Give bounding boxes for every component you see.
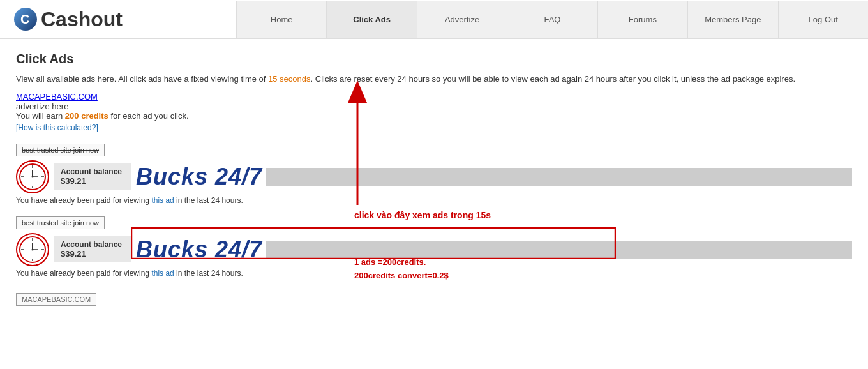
earn-part2: for each ad you click. bbox=[108, 111, 189, 121]
page-title: Click Ads bbox=[16, 52, 852, 66]
main-content: Click Ads View all available ads here. A… bbox=[0, 39, 868, 319]
desc-part1: View all available ads here. All click a… bbox=[16, 74, 268, 84]
nav-home[interactable]: Home bbox=[236, 1, 326, 38]
svg-point-9 bbox=[32, 176, 34, 177]
svg-text:C: C bbox=[20, 12, 29, 26]
clock-icon-1 bbox=[16, 160, 49, 193]
nav-faq[interactable]: FAQ bbox=[507, 1, 597, 38]
ad-info-box-1: Account balance $39.21 bbox=[54, 163, 131, 190]
advertize-link-box: MACAPEBASIC.COM advertize here bbox=[16, 92, 852, 111]
ad-title-bar-2: Bucks 24/7 bbox=[136, 236, 852, 263]
account-label-2: Account balance bbox=[61, 240, 124, 249]
calc-link[interactable]: [How is this calculated?] bbox=[16, 123, 852, 132]
desc-part2: . Clicks are reset every 24 hours so you… bbox=[311, 74, 795, 84]
nav-members-page[interactable]: Members Page bbox=[687, 1, 777, 38]
bucks-title-2: Bucks 24/7 bbox=[136, 236, 262, 263]
nav-click-ads[interactable]: Click Ads bbox=[326, 1, 416, 38]
paid-text-2: You have already been paid for viewing t… bbox=[16, 269, 852, 278]
clock-icon-2 bbox=[16, 233, 49, 266]
ad-content-row-2: Account balance $39.21 Bucks 24/7 bbox=[16, 233, 852, 266]
ad-strip-2 bbox=[266, 241, 852, 259]
paid-link-1[interactable]: this ad bbox=[151, 196, 174, 205]
paid-text-1: You have already been paid for viewing t… bbox=[16, 196, 852, 205]
earn-credits: 200 credits bbox=[65, 111, 108, 121]
clock-svg-2 bbox=[19, 236, 47, 264]
svg-point-17 bbox=[32, 248, 34, 250]
logo-icon: C bbox=[13, 6, 38, 32]
nav-logout[interactable]: Log Out bbox=[778, 1, 868, 38]
logo: C Cashout bbox=[13, 6, 223, 32]
main-nav: Home Click Ads Advertize FAQ Forums Memb… bbox=[236, 1, 868, 38]
ad-strip-1 bbox=[266, 168, 852, 186]
nav-advertize[interactable]: Advertize bbox=[417, 1, 507, 38]
advertize-sub: advertize here bbox=[16, 102, 68, 111]
advertize-link[interactable]: MACAPEBASIC.COM bbox=[16, 92, 98, 102]
bottom-link-btn[interactable]: MACAPEBASIC.COM bbox=[16, 293, 96, 306]
balance-1: $39.21 bbox=[61, 176, 124, 186]
ad-item-1: best trusted site join now bbox=[16, 144, 852, 205]
ad-info-box-2: Account balance $39.21 bbox=[54, 236, 131, 262]
ad-banner-btn-1[interactable]: best trusted site join now bbox=[16, 144, 105, 156]
desc-highlight1: 15 seconds bbox=[268, 74, 311, 84]
ad-title-bar-1: Bucks 24/7 bbox=[136, 163, 852, 190]
account-label-1: Account balance bbox=[61, 167, 124, 176]
ad-item-2: best trusted site join now Account balan… bbox=[16, 216, 852, 278]
balance-2: $39.21 bbox=[61, 249, 124, 259]
earn-text: You will earn 200 credits for each ad yo… bbox=[16, 111, 852, 121]
ad-content-row-1: Account balance $39.21 Bucks 24/7 bbox=[16, 160, 852, 193]
logo-area: C Cashout bbox=[0, 0, 236, 38]
earn-part1: You will earn bbox=[16, 111, 65, 121]
header: C Cashout Home Click Ads Advertize FAQ F… bbox=[0, 0, 868, 39]
nav-forums[interactable]: Forums bbox=[597, 1, 687, 38]
description: View all available ads here. All click a… bbox=[16, 73, 852, 86]
bucks-title-1: Bucks 24/7 bbox=[136, 163, 262, 190]
ad-banner-btn-2[interactable]: best trusted site join now bbox=[16, 216, 105, 229]
paid-link-2[interactable]: this ad bbox=[151, 269, 174, 278]
logo-text: Cashout bbox=[41, 8, 123, 31]
clock-svg-1 bbox=[19, 163, 47, 191]
